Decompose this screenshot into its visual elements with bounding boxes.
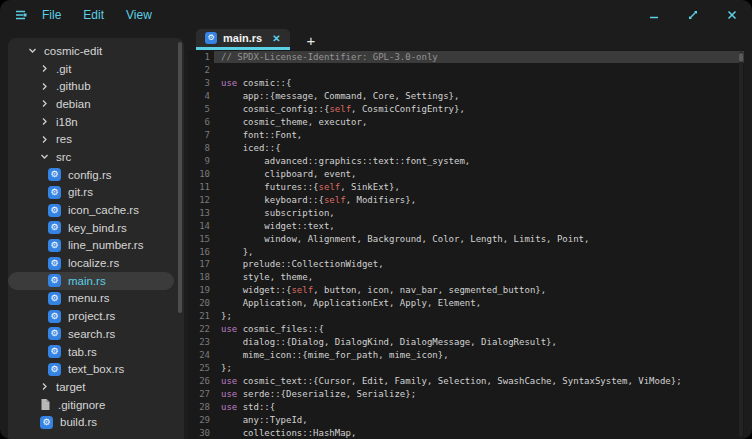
line-number: 16 xyxy=(188,247,210,257)
new-tab-button[interactable]: + xyxy=(307,33,316,48)
tree-item-text-box-rs[interactable]: ⚙text_box.rs xyxy=(8,360,174,378)
sidebar-scrollbar[interactable] xyxy=(178,42,182,313)
line-text: iced::{ xyxy=(210,143,281,153)
line-text: keyboard::{self, Modifiers}, xyxy=(210,195,416,205)
tree-item-search-rs[interactable]: ⚙search.rs xyxy=(8,325,174,343)
code-line-12[interactable]: 12 keyboard::{self, Modifiers}, xyxy=(188,193,744,206)
code-line-10[interactable]: 10 clipboard, event, xyxy=(188,167,744,180)
tree-item-label: tab.rs xyxy=(68,346,97,358)
code-line-18[interactable]: 18 style, theme, xyxy=(188,271,744,284)
code-line-5[interactable]: 5 cosmic_config::{self, CosmicConfigEntr… xyxy=(188,102,744,115)
code-line-9[interactable]: 9 advanced::graphics::text::font_system, xyxy=(188,154,744,167)
tree-item-debian[interactable]: debian xyxy=(8,95,174,113)
code-line-7[interactable]: 7 font::Font, xyxy=(188,128,744,141)
code-line-29[interactable]: 29 any::TypeId, xyxy=(188,414,744,427)
line-number: 10 xyxy=(188,169,210,179)
editor-scrollbar-thumb[interactable] xyxy=(739,53,743,62)
tree-item-cosmic-edit[interactable]: cosmic-edit xyxy=(8,42,174,60)
tree-item-project-rs[interactable]: ⚙project.rs xyxy=(8,307,174,325)
tree-item-target[interactable]: target xyxy=(8,378,174,396)
chevron-right-icon[interactable] xyxy=(40,82,49,91)
code-line-15[interactable]: 15 window, Alignment, Background, Color,… xyxy=(188,232,744,245)
tree-item-label: project.rs xyxy=(68,310,115,322)
code-line-24[interactable]: 24 mime_icon::{mime_for_path, mime_icon}… xyxy=(188,349,744,362)
line-text: font::Font, xyxy=(210,130,302,140)
tree-item-i18n[interactable]: i18n xyxy=(8,113,174,131)
tree-item-label: cosmic-edit xyxy=(44,45,102,57)
cosmic-edit-window: FileEditView cosmic-edit.git.githubdebia… xyxy=(0,0,752,439)
rust-file-icon: ⚙ xyxy=(48,239,61,252)
tree-item-res[interactable]: res xyxy=(8,130,174,148)
code-line-3[interactable]: 3use cosmic::{ xyxy=(188,76,744,89)
code-line-13[interactable]: 13 subscription, xyxy=(188,206,744,219)
menu-item-file[interactable]: File xyxy=(42,8,61,22)
line-text: subscription, xyxy=(210,208,335,218)
line-number: 7 xyxy=(188,130,210,140)
chevron-right-icon[interactable] xyxy=(40,64,49,73)
code-line-22[interactable]: 22use cosmic_files::{ xyxy=(188,323,744,336)
tab-main-rs[interactable]: ⚙ main.rs ✕ xyxy=(196,29,290,50)
line-text: futures::{self, SinkExt}, xyxy=(210,182,400,192)
menu-item-view[interactable]: View xyxy=(126,8,152,22)
code-line-4[interactable]: 4 app::{message, Command, Core, Settings… xyxy=(188,89,744,102)
tree-item-label: icon_cache.rs xyxy=(68,204,139,216)
tree-item--git[interactable]: .git xyxy=(8,60,174,78)
code-line-28[interactable]: 28use std::{ xyxy=(188,401,744,414)
menubar: FileEditView xyxy=(42,8,152,22)
rust-file-icon: ⚙ xyxy=(48,327,61,340)
editor-scrollbar-track[interactable] xyxy=(739,52,743,437)
app-icon[interactable] xyxy=(14,8,28,22)
tree-item--github[interactable]: .github xyxy=(8,77,174,95)
chevron-right-icon[interactable] xyxy=(40,117,49,126)
minimize-icon[interactable] xyxy=(647,9,660,22)
chevron-down-icon[interactable] xyxy=(40,152,49,161)
tree-item-git-rs[interactable]: ⚙git.rs xyxy=(8,184,174,202)
code-line-30[interactable]: 30 collections::HashMap, xyxy=(188,427,744,439)
tree-item-label: search.rs xyxy=(68,328,115,340)
tree-item-tab-rs[interactable]: ⚙tab.rs xyxy=(8,343,174,361)
code-line-19[interactable]: 19 widget::{self, button, icon, nav_bar,… xyxy=(188,284,744,297)
code-line-11[interactable]: 11 futures::{self, SinkExt}, xyxy=(188,180,744,193)
menu-item-edit[interactable]: Edit xyxy=(83,8,104,22)
tree-item-build-rs[interactable]: ⚙build.rs xyxy=(8,413,174,431)
code-line-25[interactable]: 25}; xyxy=(188,362,744,375)
rust-file-icon: ⚙ xyxy=(48,186,61,199)
rust-file-icon: ⚙ xyxy=(48,221,61,234)
code-line-26[interactable]: 26use cosmic_text::{Cursor, Edit, Family… xyxy=(188,375,744,388)
maximize-icon[interactable] xyxy=(686,9,699,22)
code-line-17[interactable]: 17 prelude::CollectionWidget, xyxy=(188,258,744,271)
code-line-23[interactable]: 23 dialog::{Dialog, DialogKind, DialogMe… xyxy=(188,336,744,349)
close-icon[interactable] xyxy=(725,9,738,22)
tab-close-icon[interactable]: ✕ xyxy=(272,33,280,44)
tree-item--gitignore[interactable]: .gitignore xyxy=(8,396,174,414)
rust-file-icon: ⚙ xyxy=(48,257,61,270)
code-line-8[interactable]: 8 iced::{ xyxy=(188,141,744,154)
code-line-20[interactable]: 20 Application, ApplicationExt, Apply, E… xyxy=(188,297,744,310)
code-line-16[interactable]: 16 }, xyxy=(188,245,744,258)
tree-item-key-bind-rs[interactable]: ⚙key_bind.rs xyxy=(8,219,174,237)
line-number: 6 xyxy=(188,117,210,127)
code-line-27[interactable]: 27use serde::{Deserialize, Serialize}; xyxy=(188,388,744,401)
tree-item-config-rs[interactable]: ⚙config.rs xyxy=(8,166,174,184)
code-line-21[interactable]: 21}; xyxy=(188,310,744,323)
code-line-1[interactable]: 1// SPDX-License-Identifier: GPL-3.0-onl… xyxy=(188,51,744,64)
line-number: 25 xyxy=(188,363,210,373)
code-line-14[interactable]: 14 widget::text, xyxy=(188,219,744,232)
window-controls xyxy=(647,0,744,30)
tree-item-main-rs[interactable]: ⚙main.rs xyxy=(8,272,174,290)
chevron-down-icon[interactable] xyxy=(28,46,37,55)
chevron-right-icon[interactable] xyxy=(40,382,49,391)
tree-item-line-number-rs[interactable]: ⚙line_number.rs xyxy=(8,237,174,255)
line-number: 27 xyxy=(188,389,210,399)
tree-item-src[interactable]: src xyxy=(8,148,174,166)
code-editor[interactable]: 1// SPDX-License-Identifier: GPL-3.0-onl… xyxy=(188,50,744,439)
chevron-right-icon[interactable] xyxy=(40,99,49,108)
code-line-2[interactable]: 2 xyxy=(188,63,744,76)
tree-item-icon-cache-rs[interactable]: ⚙icon_cache.rs xyxy=(8,201,174,219)
tree-item-menu-rs[interactable]: ⚙menu.rs xyxy=(8,290,174,308)
tree-item-localize-rs[interactable]: ⚙localize.rs xyxy=(8,254,174,272)
code-line-6[interactable]: 6 cosmic_theme, executor, xyxy=(188,115,744,128)
chevron-right-icon[interactable] xyxy=(40,135,49,144)
line-number: 24 xyxy=(188,350,210,360)
line-number: 15 xyxy=(188,234,210,244)
